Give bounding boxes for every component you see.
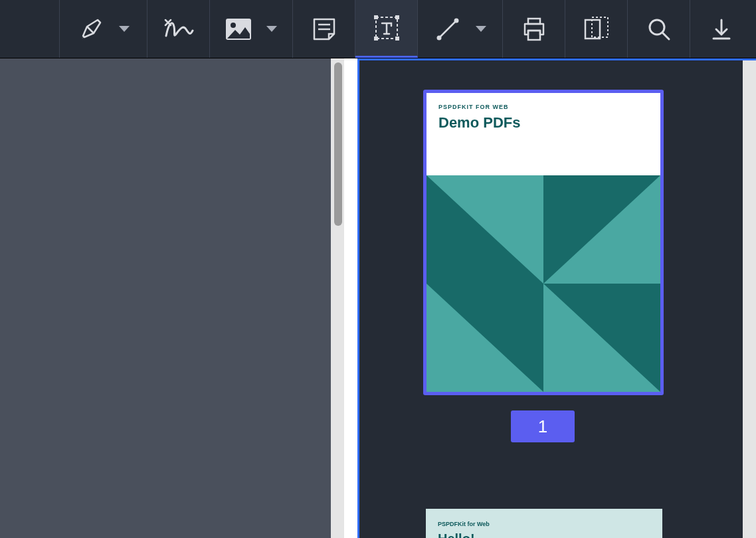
chevron-down-icon <box>119 26 130 32</box>
page2-title: Hello! <box>438 531 475 538</box>
note-tool[interactable] <box>293 0 355 58</box>
page1-title: Demo PDFs <box>438 114 648 132</box>
line-icon <box>434 16 461 43</box>
svg-line-13 <box>440 22 455 37</box>
svg-line-19 <box>662 33 669 39</box>
left-scrollbar-thumb[interactable] <box>334 62 342 226</box>
svg-rect-7 <box>374 15 378 19</box>
chevron-down-icon <box>266 26 277 32</box>
download-tool[interactable] <box>690 0 753 58</box>
pane-divider[interactable] <box>344 58 357 538</box>
right-scrollbar[interactable] <box>743 60 756 538</box>
left-scrollbar[interactable] <box>331 58 344 538</box>
download-icon <box>708 16 735 43</box>
thumbnail-page-1[interactable]: PSPDFKIT FOR WEB Demo PDFs <box>423 90 664 395</box>
thumbnail-page-label-1: 1 <box>511 410 575 442</box>
document-viewer-pane <box>0 58 344 538</box>
note-icon <box>312 17 337 42</box>
text-tool[interactable] <box>355 0 418 58</box>
image-tool[interactable] <box>210 0 293 58</box>
text-box-icon <box>373 14 401 42</box>
page1-pattern <box>426 175 660 392</box>
svg-rect-8 <box>395 15 399 19</box>
svg-point-3 <box>231 23 236 28</box>
page1-kicker: PSPDFKIT FOR WEB <box>438 104 648 110</box>
search-icon <box>646 16 672 43</box>
page2-kicker: PSPDFKit for Web <box>438 521 490 527</box>
document-editor-tool[interactable] <box>565 0 628 58</box>
line-tool[interactable] <box>418 0 503 58</box>
print-tool[interactable] <box>503 0 565 58</box>
svg-rect-15 <box>528 31 540 40</box>
document-editor-icon <box>583 16 611 43</box>
signature-tool[interactable] <box>147 0 210 58</box>
highlighter-icon <box>78 16 104 43</box>
svg-rect-9 <box>374 37 378 41</box>
svg-rect-10 <box>395 37 399 41</box>
print-icon <box>521 16 547 43</box>
chevron-down-icon <box>476 26 486 32</box>
toolbar <box>0 0 756 58</box>
image-icon <box>225 18 252 41</box>
search-tool[interactable] <box>628 0 690 58</box>
thumbnail-page-2[interactable]: PSPDFKit for Web Hello! <box>426 509 662 538</box>
highlighter-tool[interactable] <box>60 0 147 58</box>
signature-icon <box>163 16 194 43</box>
toolbar-left-spacer <box>0 0 60 58</box>
thumbnail-pane: PSPDFKIT FOR WEB Demo PDFs 1 <box>357 58 756 538</box>
main-area: PSPDFKIT FOR WEB Demo PDFs 1 <box>0 58 756 538</box>
